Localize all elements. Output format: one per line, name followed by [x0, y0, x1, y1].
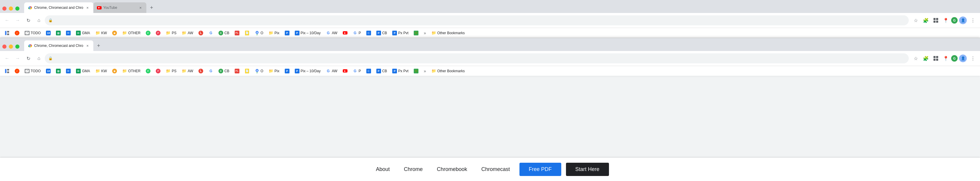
- bm2-note[interactable]: 📄: [242, 67, 252, 75]
- bm2-ps[interactable]: 📁 PS: [164, 67, 179, 75]
- bookmark-note[interactable]: 📄: [242, 29, 252, 37]
- bm2-reddit[interactable]: r: [13, 67, 22, 75]
- bookmark-yt2[interactable]: ▶: [340, 29, 350, 37]
- tab-youtube-close[interactable]: ✕: [138, 5, 143, 10]
- profile-button[interactable]: 👤: [958, 16, 967, 25]
- bm2-more[interactable]: »: [422, 67, 428, 75]
- home-button[interactable]: ⌂: [34, 16, 44, 25]
- new-tab-button[interactable]: +: [148, 3, 156, 12]
- extension-button[interactable]: 🧩: [921, 16, 931, 25]
- bookmark-green-leaf[interactable]: 🌿: [411, 29, 421, 37]
- bm2-kw[interactable]: 📁 KW: [93, 67, 109, 75]
- profile-button-2[interactable]: 👤: [958, 54, 967, 63]
- bookmark-maps[interactable]: O: [252, 29, 266, 37]
- tab-chrome[interactable]: Chrome, Chromecast and Chro ✕: [24, 2, 93, 13]
- forward-button[interactable]: →: [13, 16, 22, 25]
- bm2-aw[interactable]: 📁 AW: [179, 67, 196, 75]
- bm2-pocket[interactable]: P: [153, 67, 163, 75]
- minimize-button[interactable]: [9, 6, 13, 11]
- bookmark-cb[interactable]: C CB: [216, 29, 232, 37]
- bm2-G[interactable]: G: [206, 67, 216, 75]
- bookmark-pocket[interactable]: P: [153, 29, 163, 37]
- back-button-2[interactable]: ←: [2, 54, 12, 63]
- bm2-L[interactable]: L: [196, 67, 205, 75]
- bookmark-pix-folder[interactable]: 📁 Pix: [266, 29, 282, 37]
- bookmark-pxpvt[interactable]: P Px Pvt: [390, 29, 411, 37]
- free-pdf-button[interactable]: Free PDF: [519, 163, 561, 176]
- bm2-orange[interactable]: ◉: [110, 67, 119, 75]
- bm2-pxpvt[interactable]: P Px Pvt: [390, 67, 411, 75]
- nav-about-link[interactable]: About: [369, 164, 397, 175]
- bookmark-pix-blue[interactable]: P: [282, 29, 292, 37]
- bm2-fl[interactable]: FL: [232, 67, 242, 75]
- bm2-pix10[interactable]: P Pix – 10/Day: [293, 67, 323, 75]
- bookmark-gma[interactable]: ▤ GMA: [74, 29, 92, 37]
- bookmark-gaw[interactable]: G AW: [324, 29, 340, 37]
- bookmark-cb2[interactable]: P CB: [374, 29, 390, 37]
- home-button-2[interactable]: ⌂: [34, 54, 44, 63]
- bm2-cb2[interactable]: P CB: [374, 67, 390, 75]
- bookmark-other[interactable]: 📁 OTHER: [120, 29, 143, 37]
- bookmark-gp[interactable]: G P: [350, 29, 363, 37]
- bookmark-18[interactable]: 18: [44, 29, 53, 37]
- bookmark-star-button-2[interactable]: ☆: [911, 54, 921, 63]
- bookmark-mail[interactable]: ✉: [64, 29, 73, 37]
- bookmark-ps[interactable]: 📁 PS: [164, 29, 179, 37]
- bookmark-reddit[interactable]: r: [13, 29, 22, 37]
- nav-chromecast-link[interactable]: Chromecast: [474, 164, 517, 175]
- bm2-cb-blue[interactable]: C: [364, 67, 373, 75]
- bm2-mail[interactable]: ✉: [64, 67, 73, 75]
- bm2-gaw[interactable]: G AW: [324, 67, 340, 75]
- bm2-todo[interactable]: ✓ TODO: [22, 67, 43, 75]
- bookmark-star-button[interactable]: ☆: [911, 16, 921, 25]
- bm2-maps[interactable]: O: [252, 67, 266, 75]
- maximize-button-2[interactable]: [15, 45, 19, 49]
- bm2-gma[interactable]: ▤ GMA: [74, 67, 92, 75]
- bookmark-L[interactable]: L: [196, 29, 205, 37]
- menu-button[interactable]: ⋮: [968, 16, 978, 25]
- start-here-button[interactable]: Start Here: [566, 163, 609, 176]
- bookmark-sheet[interactable]: ▦: [54, 29, 63, 37]
- bookmark-other-bookmarks[interactable]: 📁 Other Bookmarks: [429, 29, 467, 37]
- bm2-whatsapp[interactable]: ✆: [143, 67, 153, 75]
- new-tab-button-2[interactable]: +: [94, 42, 103, 50]
- maximize-button[interactable]: [15, 6, 19, 11]
- bm2-sidebar[interactable]: [2, 67, 12, 75]
- menu-button-2[interactable]: ⋮: [968, 54, 978, 63]
- google-account-icon-2[interactable]: G: [951, 55, 958, 62]
- bm2-cb[interactable]: C CB: [216, 67, 232, 75]
- grid-button-2[interactable]: [931, 54, 940, 63]
- bookmark-orange[interactable]: ◉: [110, 29, 119, 37]
- close-button-2[interactable]: [2, 45, 6, 49]
- close-button[interactable]: [2, 6, 6, 11]
- bookmark-pix10[interactable]: P Pix – 10/Day: [293, 29, 323, 37]
- bm2-green-leaf[interactable]: 🌿: [411, 67, 421, 75]
- tab2-chrome-close[interactable]: ✕: [85, 43, 90, 48]
- bookmark-cb-blue[interactable]: C: [364, 29, 373, 37]
- address-bar-2[interactable]: 🔒: [45, 53, 909, 63]
- back-button[interactable]: ←: [2, 16, 12, 25]
- pin-button-2[interactable]: 📍: [941, 54, 951, 63]
- bookmark-whatsapp[interactable]: ✆: [143, 29, 153, 37]
- bm2-pix-folder[interactable]: 📁 Pix: [266, 67, 282, 75]
- bookmark-more[interactable]: »: [422, 29, 428, 37]
- bookmark-sidebar[interactable]: [2, 29, 12, 37]
- bookmark-fl[interactable]: FL: [232, 29, 242, 37]
- nav-chromebook-link[interactable]: Chromebook: [430, 164, 474, 175]
- tab2-chrome[interactable]: Chrome, Chromecast and Chro ✕: [24, 40, 93, 51]
- forward-button-2[interactable]: →: [13, 54, 22, 63]
- bm2-other-bookmarks[interactable]: 📁 Other Bookmarks: [429, 67, 467, 75]
- extension-button-2[interactable]: 🧩: [921, 54, 931, 63]
- nav-chrome-link[interactable]: Chrome: [397, 164, 430, 175]
- bm2-gp[interactable]: G P: [350, 67, 363, 75]
- bm2-pix-blue[interactable]: P: [282, 67, 292, 75]
- bookmark-kw[interactable]: 📁 KW: [93, 29, 109, 37]
- bookmark-aw[interactable]: 📁 AW: [179, 29, 196, 37]
- reload-button[interactable]: ↻: [24, 16, 33, 25]
- address-bar[interactable]: 🔒: [45, 15, 909, 26]
- grid-button[interactable]: [931, 16, 940, 25]
- pin-button[interactable]: 📍: [941, 16, 951, 25]
- tab-youtube[interactable]: ▶ YouTube ✕: [93, 2, 146, 13]
- google-account-icon[interactable]: G: [951, 17, 958, 24]
- reload-button-2[interactable]: ↻: [24, 54, 33, 63]
